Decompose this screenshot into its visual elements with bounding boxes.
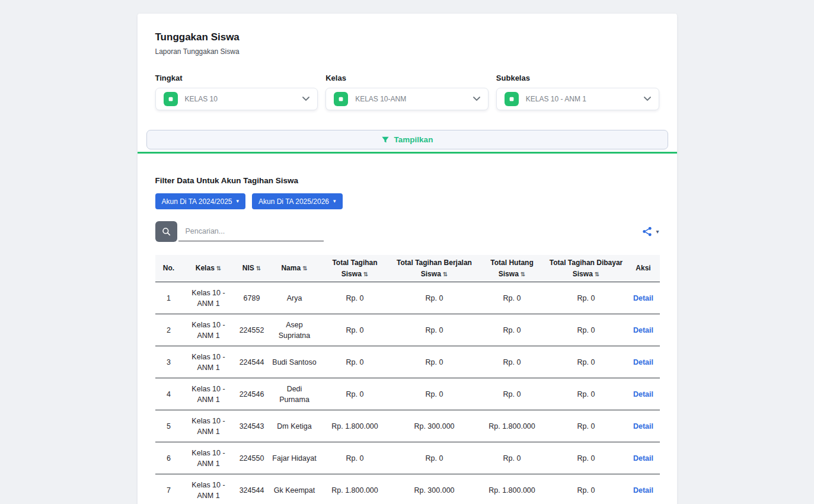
cell-total_tagihan: Rp. 0 [320, 378, 390, 410]
sort-icon[interactable]: ⇅ [216, 265, 221, 272]
cell-nis: 224546 [235, 378, 269, 410]
share-icon [642, 227, 652, 237]
cell-total_hutang: Rp. 0 [479, 346, 545, 378]
sort-icon[interactable]: ⇅ [256, 265, 261, 272]
kelas-select[interactable]: KELAS 10-ANM [325, 88, 489, 110]
column-header-total_dibayar[interactable]: Total Tagihan Dibayar Siswa⇅ [545, 255, 627, 282]
detail-link[interactable]: Detail [633, 358, 653, 366]
cell-total_hutang: Rp. 0 [479, 378, 545, 410]
cell-total_berjalan: Rp. 0 [390, 442, 479, 474]
cell-aksi: Detail [627, 410, 660, 442]
green-divider [138, 152, 677, 154]
filter-group-tingkat: Tingkat KELAS 10 [155, 74, 318, 110]
cell-total_tagihan: Rp. 0 [320, 442, 390, 474]
cell-no: 7 [155, 474, 183, 504]
detail-link[interactable]: Detail [633, 326, 653, 334]
detail-link[interactable]: Detail [633, 390, 653, 398]
cell-total_berjalan: Rp. 300.000 [390, 474, 479, 504]
cell-nis: 324543 [235, 410, 269, 442]
cell-total_tagihan: Rp. 1.800.000 [320, 410, 390, 442]
search-input[interactable] [178, 222, 324, 241]
column-header-total_hutang[interactable]: Total Hutang Siswa⇅ [479, 255, 545, 282]
detail-link[interactable]: Detail [633, 486, 653, 495]
column-label: Total Hutang Siswa [490, 259, 533, 278]
search-button[interactable] [155, 221, 177, 242]
cell-no: 6 [155, 442, 183, 474]
cell-kelas: Kelas 10 - ANM 1 [183, 378, 235, 410]
cell-nama: Dedi Purnama [269, 378, 320, 410]
section-title: Filter Data Untuk Akun Tagihan Siswa [155, 176, 659, 185]
year-buttons: Akun Di TA 2024/2025 ▾ Akun Di TA 2025/2… [155, 193, 659, 209]
tingkat-label: Tingkat [155, 74, 318, 82]
sort-icon[interactable]: ⇅ [595, 271, 599, 277]
column-header-kelas[interactable]: Kelas⇅ [183, 255, 235, 282]
subkelas-value: KELAS 10 - ANM 1 [526, 95, 637, 103]
share-menu-button[interactable]: ▾ [642, 227, 659, 237]
akun-ta-2024-2025-button[interactable]: Akun Di TA 2024/2025 ▾ [155, 193, 246, 209]
cell-aksi: Detail [627, 378, 660, 410]
cell-aksi: Detail [627, 474, 660, 504]
cell-nis: 224550 [235, 442, 269, 474]
cell-nama: Arya [269, 282, 320, 314]
sort-icon[interactable]: ⇅ [521, 271, 525, 277]
column-label: No. [163, 264, 174, 272]
tampilkan-button[interactable]: Tampilkan [146, 130, 668, 149]
cell-kelas: Kelas 10 - ANM 1 [183, 314, 235, 346]
column-header-total_berjalan[interactable]: Total Tagihan Berjalan Siswa⇅ [390, 255, 479, 282]
column-header-total_tagihan[interactable]: Total Tagihan Siswa⇅ [320, 255, 390, 282]
filters-row: Tingkat KELAS 10 Kelas KELAS 10-ANM [155, 74, 659, 110]
akun-ta-2025-2026-button[interactable]: Akun Di TA 2025/2026 ▾ [252, 193, 343, 209]
detail-link[interactable]: Detail [633, 422, 653, 430]
column-label: NIS [242, 264, 254, 272]
cell-nis: 224552 [235, 314, 269, 346]
cell-total_dibayar: Rp. 0 [545, 474, 627, 504]
table-row: 7Kelas 10 - ANM 1324544Gk KeempatRp. 1.8… [155, 474, 660, 504]
tunggakan-siswa-card: Tunggakan Siswa Laporan Tunggakan Siswa … [138, 14, 677, 504]
cell-total_berjalan: Rp. 0 [390, 282, 479, 314]
subkelas-label: Subkelas [496, 74, 659, 82]
chevron-down-icon [473, 97, 480, 101]
column-label: Nama [281, 264, 301, 272]
filter-group-subkelas: Subkelas KELAS 10 - ANM 1 [496, 74, 659, 110]
cell-total_hutang: Rp. 1.800.000 [479, 474, 545, 504]
class-badge-icon [334, 92, 348, 106]
column-label: Total Tagihan Dibayar Siswa [550, 259, 623, 278]
cell-nis: 6789 [235, 282, 269, 314]
table-row: 3Kelas 10 - ANM 1224544Budi SantosoRp. 0… [155, 346, 660, 378]
cell-total_tagihan: Rp. 1.800.000 [320, 474, 390, 504]
cell-no: 5 [155, 410, 183, 442]
column-header-nis[interactable]: NIS⇅ [235, 255, 269, 282]
cell-total_dibayar: Rp. 0 [545, 442, 627, 474]
column-label: Aksi [636, 264, 650, 272]
column-header-nama[interactable]: Nama⇅ [269, 255, 320, 282]
cell-no: 1 [155, 282, 183, 314]
cell-total_berjalan: Rp. 0 [390, 346, 479, 378]
sort-icon[interactable]: ⇅ [302, 265, 307, 272]
tunggakan-table: No.Kelas⇅NIS⇅Nama⇅Total Tagihan Siswa⇅To… [155, 255, 660, 504]
cell-total_tagihan: Rp. 0 [320, 314, 390, 346]
search-row: ▾ [155, 221, 659, 242]
sort-icon[interactable]: ⇅ [443, 271, 448, 277]
class-badge-icon [164, 92, 178, 106]
cell-total_tagihan: Rp. 0 [320, 346, 390, 378]
page-title: Tunggakan Siswa [155, 31, 659, 43]
column-header-aksi: Aksi [627, 255, 660, 282]
tingkat-select[interactable]: KELAS 10 [155, 88, 318, 110]
chevron-down-icon [644, 97, 651, 101]
table-row: 6Kelas 10 - ANM 1224550Fajar HidayatRp. … [155, 442, 660, 474]
cell-kelas: Kelas 10 - ANM 1 [183, 346, 235, 378]
table-row: 5Kelas 10 - ANM 1324543Dm KetigaRp. 1.80… [155, 410, 660, 442]
table-header-row: No.Kelas⇅NIS⇅Nama⇅Total Tagihan Siswa⇅To… [155, 255, 660, 282]
cell-aksi: Detail [627, 314, 660, 346]
detail-link[interactable]: Detail [633, 454, 653, 462]
sort-icon[interactable]: ⇅ [363, 271, 368, 277]
subkelas-select[interactable]: KELAS 10 - ANM 1 [496, 88, 659, 110]
filter-funnel-icon [381, 136, 390, 144]
search-icon [162, 227, 171, 236]
cell-total_tagihan: Rp. 0 [320, 282, 390, 314]
cell-nama: Gk Keempat [269, 474, 320, 504]
cell-no: 3 [155, 346, 183, 378]
cell-total_berjalan: Rp. 300.000 [390, 410, 479, 442]
detail-link[interactable]: Detail [633, 294, 653, 302]
column-label: Kelas [196, 264, 215, 272]
